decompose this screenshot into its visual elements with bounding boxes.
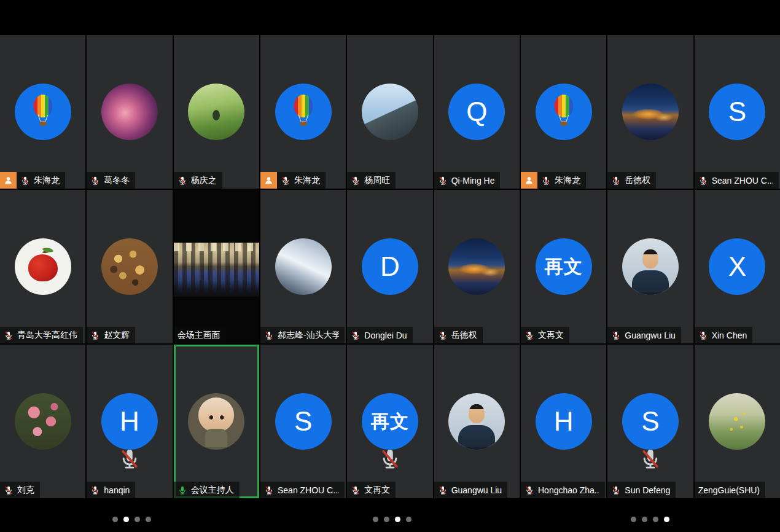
- pagination-dot[interactable]: [653, 517, 658, 522]
- mic-status-icon: [264, 485, 274, 495]
- pagination-dot[interactable]: [146, 517, 151, 522]
- participant-name: Sean ZHOU C...: [712, 176, 773, 186]
- mic-status-icon: [611, 485, 621, 495]
- avatar: [15, 84, 71, 140]
- participant-tile[interactable]: 杨周旺: [347, 35, 432, 189]
- pagination-dot[interactable]: [384, 517, 389, 522]
- mic-status-icon: [281, 176, 291, 186]
- participant-tile[interactable]: 杨庆之: [174, 35, 259, 189]
- participant-tile[interactable]: S Sean ZHOU C...: [695, 35, 780, 189]
- name-label: 文再文: [521, 327, 569, 343]
- participant-tile[interactable]: D Donglei Du: [347, 190, 432, 343]
- avatar: 再文: [362, 393, 418, 450]
- participant-tile[interactable]: 会议主持人: [174, 345, 259, 498]
- participant-tile[interactable]: 再文 文再文: [347, 345, 432, 498]
- muted-mic-center-icon: [118, 447, 141, 471]
- mic-status-icon: [177, 485, 187, 495]
- hot-air-balloon-icon: [291, 94, 316, 130]
- participant-tile[interactable]: ZengGuie(SHU): [695, 345, 780, 498]
- participant-tile[interactable]: H Hongchao Zha...: [521, 345, 606, 498]
- pagination-dot[interactable]: [642, 517, 647, 522]
- mic-icon: [90, 331, 100, 340]
- pagination-dot[interactable]: [406, 517, 411, 522]
- participant-tile[interactable]: 岳德权: [434, 190, 520, 343]
- avatar: D: [362, 238, 418, 295]
- pagination-dot[interactable]: [373, 517, 378, 522]
- participant-tile[interactable]: 朱海龙: [521, 35, 606, 189]
- participant-tile[interactable]: H hanqin: [87, 345, 172, 498]
- participant-name: 文再文: [538, 330, 564, 341]
- avatar: S: [622, 393, 679, 450]
- mic-icon: [20, 176, 30, 186]
- host-badge-icon: [521, 172, 537, 189]
- pagination-dot[interactable]: [123, 517, 129, 522]
- participant-name: 朱海龙: [34, 175, 60, 186]
- mic-icon: [378, 447, 402, 471]
- mic-status-icon: [525, 485, 534, 495]
- pagination-dot[interactable]: [112, 517, 118, 522]
- participant-tile[interactable]: S Sun Defeng: [607, 345, 693, 498]
- mic-icon: [264, 485, 274, 495]
- name-label: 朱海龙: [17, 172, 65, 189]
- participant-tile[interactable]: Guangwu Liu: [434, 345, 520, 498]
- pagination-dots-right: [631, 517, 669, 522]
- avatar: [101, 238, 158, 295]
- avatar: [448, 238, 505, 295]
- mic-icon: [177, 485, 187, 495]
- participant-tile[interactable]: 岳德权: [607, 35, 693, 189]
- participant-tile[interactable]: Q Qi-Ming He: [434, 35, 520, 189]
- mic-status-icon: [177, 176, 187, 186]
- participant-name: Sean ZHOU C...: [278, 485, 339, 495]
- participant-tile[interactable]: 葛冬冬: [87, 35, 172, 189]
- participant-name: Qi-Ming He: [451, 176, 495, 186]
- mic-icon: [118, 447, 141, 471]
- avatar: [188, 84, 244, 140]
- mic-icon: [351, 485, 361, 495]
- participant-tile[interactable]: 会场主画面: [174, 190, 259, 343]
- mic-status-icon: [611, 331, 621, 340]
- mic-status-icon: [20, 176, 30, 186]
- name-label: Hongchao Zha...: [521, 482, 605, 498]
- participant-name: Xin Chen: [712, 331, 747, 340]
- mic-icon: [438, 176, 448, 186]
- avatar: [536, 84, 592, 140]
- name-label: Xin Chen: [695, 327, 753, 343]
- pagination-dot[interactable]: [395, 517, 400, 522]
- participant-tile[interactable]: 青岛大学高红伟: [0, 190, 85, 343]
- participant-tile[interactable]: 再文 文再文: [521, 190, 606, 343]
- participant-name: 岳德权: [451, 330, 477, 341]
- mic-status-icon: [351, 331, 361, 340]
- participant-tile[interactable]: 朱海龙: [0, 35, 85, 189]
- name-label: 赵文辉: [87, 327, 135, 343]
- mic-icon: [541, 176, 551, 186]
- muted-mic-center-icon: [378, 447, 402, 471]
- mic-status-icon: [351, 176, 361, 186]
- conference-room-video: [174, 243, 259, 297]
- name-label: 朱海龙: [277, 172, 326, 189]
- avatar: [448, 393, 505, 450]
- mic-icon: [611, 485, 621, 495]
- pagination-dots-center: [373, 517, 411, 522]
- participant-tile[interactable]: 刘克: [0, 345, 85, 498]
- pagination-dot[interactable]: [631, 517, 636, 522]
- participant-name: 杨周旺: [364, 175, 390, 186]
- participant-tile[interactable]: Guangwu Liu: [607, 190, 693, 343]
- avatar: 再文: [536, 238, 592, 295]
- participant-tile[interactable]: 朱海龙: [260, 35, 346, 189]
- avatar: [362, 84, 418, 140]
- participant-tile[interactable]: 郝志峰-汕头大学: [260, 190, 346, 343]
- participant-name: 会场主画面: [177, 330, 220, 341]
- mic-status-icon: [698, 331, 708, 340]
- name-label: 文再文: [347, 482, 396, 498]
- participant-name: hanqin: [104, 485, 130, 495]
- participant-tile[interactable]: X Xin Chen: [695, 190, 780, 343]
- pagination-dot[interactable]: [135, 517, 140, 522]
- participant-name: Guangwu Liu: [625, 331, 676, 340]
- pagination-dot[interactable]: [664, 517, 669, 522]
- mic-icon: [4, 331, 14, 340]
- mic-status-icon: [438, 485, 448, 495]
- participant-tile[interactable]: 赵文辉: [87, 190, 172, 343]
- name-label: 会议主持人: [174, 482, 240, 498]
- participant-tile[interactable]: S Sean ZHOU C...: [260, 345, 346, 498]
- name-label: 青岛大学高红伟: [0, 327, 83, 343]
